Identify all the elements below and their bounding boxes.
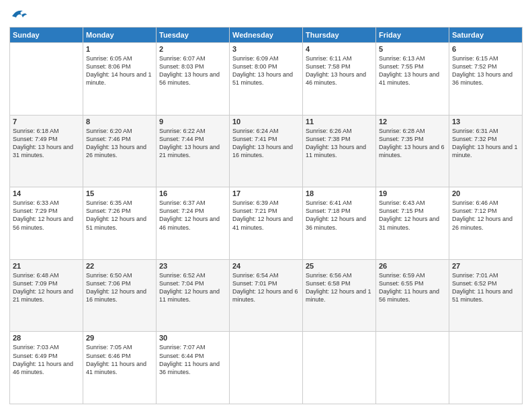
- calendar-cell: 8Sunrise: 6:20 AMSunset: 7:46 PMDaylight…: [83, 115, 157, 187]
- day-info: Sunrise: 6:48 AMSunset: 7:09 PMDaylight:…: [13, 271, 80, 304]
- day-info: Sunrise: 6:18 AMSunset: 7:49 PMDaylight:…: [13, 127, 80, 160]
- calendar-cell: 12Sunrise: 6:28 AMSunset: 7:35 PMDayligh…: [376, 115, 449, 187]
- day-info: Sunrise: 6:43 AMSunset: 7:15 PMDaylight:…: [379, 199, 446, 232]
- calendar-cell: 7Sunrise: 6:18 AMSunset: 7:49 PMDaylight…: [10, 115, 83, 187]
- day-number: 29: [86, 334, 153, 342]
- day-info: Sunrise: 6:13 AMSunset: 7:55 PMDaylight:…: [379, 54, 446, 87]
- week-row-4: 21Sunrise: 6:48 AMSunset: 7:09 PMDayligh…: [10, 259, 523, 332]
- day-number: 21: [13, 262, 80, 270]
- calendar-cell: 13Sunrise: 6:31 AMSunset: 7:32 PMDayligh…: [449, 115, 523, 187]
- day-number: 28: [13, 334, 80, 342]
- calendar-cell: 3Sunrise: 6:09 AMSunset: 8:00 PMDaylight…: [230, 43, 303, 116]
- day-info: Sunrise: 6:56 AMSunset: 6:58 PMDaylight:…: [306, 271, 373, 304]
- day-info: Sunrise: 7:03 AMSunset: 6:49 PMDaylight:…: [13, 343, 80, 376]
- day-number: 3: [232, 45, 300, 53]
- calendar-cell: 2Sunrise: 6:07 AMSunset: 8:03 PMDaylight…: [157, 43, 230, 116]
- day-number: 18: [306, 189, 373, 197]
- day-number: 8: [86, 118, 153, 126]
- day-number: 11: [306, 118, 373, 126]
- calendar-cell: [449, 332, 523, 404]
- day-number: 26: [379, 262, 446, 270]
- day-info: Sunrise: 6:24 AMSunset: 7:41 PMDaylight:…: [232, 127, 300, 160]
- day-number: 22: [86, 262, 153, 270]
- day-number: 17: [232, 189, 300, 197]
- day-number: 7: [13, 118, 80, 126]
- day-number: 6: [452, 45, 519, 53]
- col-header-sunday: Sunday: [10, 28, 83, 43]
- day-number: 16: [159, 189, 226, 197]
- calendar-cell: 22Sunrise: 6:50 AMSunset: 7:06 PMDayligh…: [83, 259, 157, 332]
- week-row-2: 7Sunrise: 6:18 AMSunset: 7:49 PMDaylight…: [10, 115, 523, 187]
- day-info: Sunrise: 6:22 AMSunset: 7:44 PMDaylight:…: [159, 127, 226, 160]
- calendar-cell: 25Sunrise: 6:56 AMSunset: 6:58 PMDayligh…: [303, 259, 376, 332]
- calendar-cell: 28Sunrise: 7:03 AMSunset: 6:49 PMDayligh…: [10, 332, 83, 404]
- day-number: 5: [379, 45, 446, 53]
- calendar-cell: 29Sunrise: 7:05 AMSunset: 6:46 PMDayligh…: [83, 332, 157, 404]
- day-info: Sunrise: 6:50 AMSunset: 7:06 PMDaylight:…: [86, 271, 153, 304]
- logo-icon: [9, 7, 28, 21]
- week-row-3: 14Sunrise: 6:33 AMSunset: 7:29 PMDayligh…: [10, 187, 523, 260]
- day-info: Sunrise: 6:05 AMSunset: 8:06 PMDaylight:…: [86, 54, 153, 87]
- page: SundayMondayTuesdayWednesdayThursdayFrid…: [0, 0, 532, 411]
- day-info: Sunrise: 6:37 AMSunset: 7:24 PMDaylight:…: [159, 199, 226, 232]
- day-number: 24: [232, 262, 300, 270]
- calendar-cell: [10, 43, 83, 116]
- day-number: 2: [159, 45, 226, 53]
- calendar-cell: 1Sunrise: 6:05 AMSunset: 8:06 PMDaylight…: [83, 43, 157, 116]
- day-info: Sunrise: 6:39 AMSunset: 7:21 PMDaylight:…: [232, 199, 300, 232]
- day-number: 15: [86, 189, 153, 197]
- calendar-cell: 26Sunrise: 6:59 AMSunset: 6:55 PMDayligh…: [376, 259, 449, 332]
- col-header-wednesday: Wednesday: [230, 28, 303, 43]
- day-info: Sunrise: 6:54 AMSunset: 7:01 PMDaylight:…: [232, 271, 300, 304]
- calendar-cell: 21Sunrise: 6:48 AMSunset: 7:09 PMDayligh…: [10, 259, 83, 332]
- day-info: Sunrise: 6:35 AMSunset: 7:26 PMDaylight:…: [86, 199, 153, 232]
- col-header-thursday: Thursday: [303, 28, 376, 43]
- day-info: Sunrise: 6:41 AMSunset: 7:18 PMDaylight:…: [306, 199, 373, 232]
- day-info: Sunrise: 6:07 AMSunset: 8:03 PMDaylight:…: [159, 54, 226, 87]
- day-info: Sunrise: 6:59 AMSunset: 6:55 PMDaylight:…: [379, 271, 446, 304]
- day-info: Sunrise: 6:28 AMSunset: 7:35 PMDaylight:…: [379, 127, 446, 160]
- logo: [9, 7, 31, 21]
- day-number: 30: [159, 334, 226, 342]
- day-number: 4: [306, 45, 373, 53]
- day-info: Sunrise: 6:26 AMSunset: 7:38 PMDaylight:…: [306, 127, 373, 160]
- calendar-cell: 30Sunrise: 7:07 AMSunset: 6:44 PMDayligh…: [157, 332, 230, 404]
- day-info: Sunrise: 7:01 AMSunset: 6:52 PMDaylight:…: [452, 271, 519, 304]
- day-info: Sunrise: 6:20 AMSunset: 7:46 PMDaylight:…: [86, 127, 153, 160]
- calendar-cell: 27Sunrise: 7:01 AMSunset: 6:52 PMDayligh…: [449, 259, 523, 332]
- day-number: 10: [232, 118, 300, 126]
- calendar-cell: [376, 332, 449, 404]
- calendar-cell: 24Sunrise: 6:54 AMSunset: 7:01 PMDayligh…: [230, 259, 303, 332]
- calendar-cell: 15Sunrise: 6:35 AMSunset: 7:26 PMDayligh…: [83, 187, 157, 260]
- day-number: 14: [13, 189, 80, 197]
- calendar-cell: 20Sunrise: 6:46 AMSunset: 7:12 PMDayligh…: [449, 187, 523, 260]
- week-row-5: 28Sunrise: 7:03 AMSunset: 6:49 PMDayligh…: [10, 332, 523, 404]
- day-info: Sunrise: 6:11 AMSunset: 7:58 PMDaylight:…: [306, 54, 373, 87]
- calendar-cell: [230, 332, 303, 404]
- calendar-cell: 18Sunrise: 6:41 AMSunset: 7:18 PMDayligh…: [303, 187, 376, 260]
- header: [9, 7, 523, 21]
- week-row-1: 1Sunrise: 6:05 AMSunset: 8:06 PMDaylight…: [10, 43, 523, 116]
- day-info: Sunrise: 6:33 AMSunset: 7:29 PMDaylight:…: [13, 199, 80, 232]
- day-info: Sunrise: 6:15 AMSunset: 7:52 PMDaylight:…: [452, 54, 519, 87]
- day-number: 25: [306, 262, 373, 270]
- day-number: 23: [159, 262, 226, 270]
- day-number: 1: [86, 45, 153, 53]
- col-header-friday: Friday: [376, 28, 449, 43]
- day-info: Sunrise: 6:31 AMSunset: 7:32 PMDaylight:…: [452, 127, 519, 160]
- day-info: Sunrise: 6:52 AMSunset: 7:04 PMDaylight:…: [159, 271, 226, 304]
- day-info: Sunrise: 7:07 AMSunset: 6:44 PMDaylight:…: [159, 343, 226, 376]
- calendar-cell: 16Sunrise: 6:37 AMSunset: 7:24 PMDayligh…: [157, 187, 230, 260]
- day-info: Sunrise: 6:46 AMSunset: 7:12 PMDaylight:…: [452, 199, 519, 232]
- calendar-cell: [303, 332, 376, 404]
- calendar-cell: 19Sunrise: 6:43 AMSunset: 7:15 PMDayligh…: [376, 187, 449, 260]
- calendar-table: SundayMondayTuesdayWednesdayThursdayFrid…: [9, 27, 523, 404]
- calendar-cell: 4Sunrise: 6:11 AMSunset: 7:58 PMDaylight…: [303, 43, 376, 116]
- calendar-cell: 6Sunrise: 6:15 AMSunset: 7:52 PMDaylight…: [449, 43, 523, 116]
- calendar-cell: 5Sunrise: 6:13 AMSunset: 7:55 PMDaylight…: [376, 43, 449, 116]
- col-header-saturday: Saturday: [449, 28, 523, 43]
- day-number: 13: [452, 118, 519, 126]
- day-number: 9: [159, 118, 226, 126]
- day-number: 12: [379, 118, 446, 126]
- calendar-cell: 23Sunrise: 6:52 AMSunset: 7:04 PMDayligh…: [157, 259, 230, 332]
